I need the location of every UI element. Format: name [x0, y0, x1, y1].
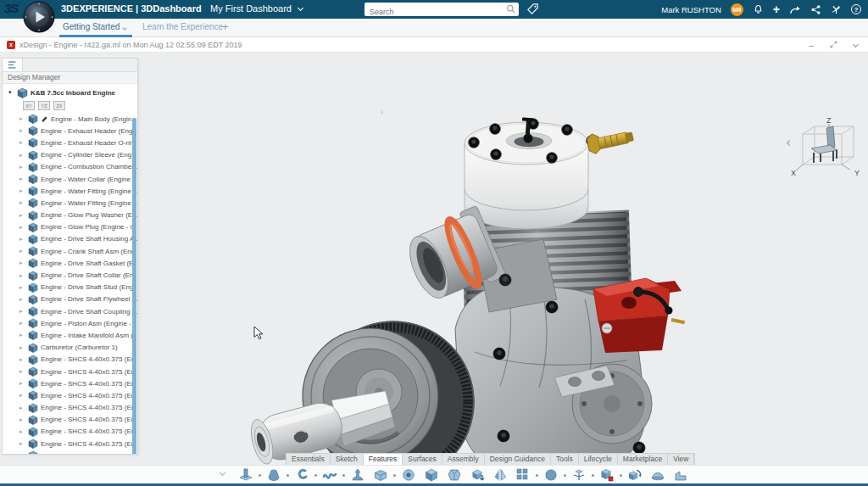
- dropdown-dot[interactable]: [592, 474, 594, 477]
- expand-icon[interactable]: ▸: [19, 452, 25, 454]
- tree-item[interactable]: ▸Engine - Drive Shaft Housing A...: [3, 233, 137, 245]
- expand-icon[interactable]: ▸: [19, 115, 25, 122]
- tree-root[interactable]: ▾ K&B 7.5cc Inboard Engine: [3, 87, 137, 98]
- tree-item[interactable]: ▸Engine - Combustion Chamber ...: [3, 161, 137, 173]
- tree-item[interactable]: ▸Engine - Drive Shaft Flywheel (...: [3, 293, 137, 305]
- expand-icon[interactable]: ▸: [19, 344, 25, 351]
- tree-scrollbar[interactable]: [132, 118, 136, 454]
- collapse-icon[interactable]: ▾: [8, 89, 14, 96]
- tree-item[interactable]: ▸Engine - Water Fitting (Engine -...: [3, 185, 137, 197]
- search-input[interactable]: [364, 6, 498, 18]
- ribbon-tab-surfaces[interactable]: Surfaces: [403, 454, 442, 465]
- tree-item[interactable]: ▸Engine - SHCS 4-40x0.375 (En...: [3, 389, 137, 401]
- dropdown-dot[interactable]: [536, 474, 538, 477]
- dropdown-dot[interactable]: [259, 474, 261, 477]
- expand-icon[interactable]: ▸: [19, 380, 25, 387]
- helix-icon[interactable]: [320, 466, 339, 484]
- design-manager-tab[interactable]: [3, 59, 23, 71]
- user-name[interactable]: Mark RUSHTON: [661, 5, 721, 14]
- expand-icon[interactable]: ▸: [19, 187, 25, 194]
- tab-learn-the-experience[interactable]: Learn the Experience: [142, 22, 223, 31]
- expand-icon[interactable]: ▸: [19, 224, 25, 231]
- expand-icon[interactable]: ▸: [19, 405, 25, 411]
- avatar[interactable]: MR: [731, 3, 743, 16]
- tree-item[interactable]: ▸Engine - Intake Manifold Asm (...: [3, 329, 137, 341]
- dropdown-dot[interactable]: [314, 474, 317, 477]
- ribbon-tab-marketplace[interactable]: Marketplace: [618, 454, 668, 465]
- tree-item[interactable]: ▸Engine - Drive Shaft Stud (Engi...: [3, 282, 137, 293]
- tree-item[interactable]: ▸Engine - Drive Shaft Gasket (E...: [3, 257, 137, 269]
- expand-icon[interactable]: ▸: [19, 139, 25, 146]
- expand-icon[interactable]: [829, 40, 838, 49]
- expand-icon[interactable]: ▸: [19, 164, 25, 170]
- view-cube[interactable]: Z X Y: [784, 114, 862, 182]
- expand-icon[interactable]: ▸: [19, 272, 25, 279]
- tree-item[interactable]: ▸Engine - Cylinder Sleeve (Eng...: [3, 149, 137, 161]
- expand-icon[interactable]: ▸: [19, 440, 25, 447]
- fillet-icon[interactable]: [542, 466, 560, 484]
- tree-item[interactable]: ▸Engine - Exhaust Header O-rin...: [3, 137, 137, 148]
- expand-icon[interactable]: ▸: [19, 416, 25, 423]
- expand-icon[interactable]: ▸: [19, 176, 25, 182]
- ribbon-tab-essentials[interactable]: Essentials: [287, 454, 331, 465]
- tree-item[interactable]: ▸Engine - Exhaust Header (Eng...: [3, 125, 137, 137]
- notifications-bell-icon[interactable]: [753, 3, 764, 15]
- expand-icon[interactable]: ▸: [19, 248, 25, 254]
- move-icon[interactable]: [570, 466, 588, 484]
- toolbar-collapse-icon[interactable]: [220, 470, 225, 476]
- plane-zx-icon[interactable]: ZX: [53, 101, 65, 110]
- dropdown-dot[interactable]: [393, 474, 396, 477]
- expand-icon[interactable]: ▸: [19, 392, 25, 399]
- plane-xy-icon[interactable]: XY: [23, 101, 35, 110]
- 3dexperience-compass-icon[interactable]: [23, 1, 55, 33]
- loft-icon[interactable]: [348, 466, 367, 484]
- tree-item[interactable]: ▸Engine - Piston Asm (Engine - ...: [3, 317, 137, 329]
- tree-item[interactable]: ▸Engine - Water Fitting (Engine -...: [3, 197, 137, 209]
- minimize-icon[interactable]: –: [809, 42, 814, 48]
- tree-item[interactable]: ▸Engine - Drive Shaft Coupling ...: [3, 305, 137, 317]
- mirror-icon[interactable]: [491, 466, 509, 484]
- tree-item[interactable]: ▸Engine - SHCS 4-40x0.375 (En...: [3, 450, 137, 454]
- dashboard-chevron-icon[interactable]: [298, 5, 303, 11]
- tree-item[interactable]: ▸Engine - SHCS 4-40x0.375 (En...: [3, 402, 137, 414]
- tree-item[interactable]: ▸Engine - SHCS 4-40x0.375 (En...: [3, 426, 137, 438]
- revolve-icon[interactable]: [264, 466, 283, 484]
- shell-icon[interactable]: [371, 466, 390, 484]
- ribbon-tab-features[interactable]: Features: [364, 454, 403, 465]
- dashboard-name[interactable]: My First Dashboard: [210, 3, 292, 14]
- tree-item[interactable]: ▸Engine - SHCS 4-40x0.375 (En...: [3, 377, 137, 389]
- tree-item[interactable]: ▸Carburetor (Carburetor 1): [3, 342, 137, 354]
- dome-icon[interactable]: [648, 466, 667, 484]
- add-tab-button[interactable]: +: [222, 20, 229, 33]
- panel-collapse-handle[interactable]: ‹: [381, 107, 383, 116]
- expand-icon[interactable]: ▸: [19, 260, 25, 266]
- ribbon-tab-sketch[interactable]: Sketch: [331, 454, 364, 465]
- collapse-app-chevron-icon[interactable]: [853, 42, 859, 47]
- expand-icon[interactable]: ▸: [19, 428, 25, 435]
- expand-icon[interactable]: ▸: [19, 320, 25, 327]
- dropdown-dot[interactable]: [342, 474, 345, 477]
- tree-item[interactable]: ▸Engine - SHCS 4-40x0.375 (En...: [3, 438, 137, 450]
- tree-item[interactable]: ▸Engine - Crank Shaft Asm (Eng...: [3, 245, 137, 257]
- search-box[interactable]: [364, 3, 519, 16]
- tree-item[interactable]: ▸Engine - SHCS 4-40x0.375 (En...: [3, 366, 137, 377]
- tree-item[interactable]: ▸Engine - SHCS 4-40x0.375 (En...: [3, 414, 137, 426]
- hole-icon[interactable]: [399, 466, 418, 484]
- expand-icon[interactable]: ▸: [19, 356, 25, 363]
- dropdown-dot[interactable]: [620, 474, 622, 477]
- 3dswym-icon[interactable]: [831, 4, 842, 15]
- expand-icon[interactable]: ▸: [19, 152, 25, 159]
- tag-icon[interactable]: [526, 3, 539, 15]
- ribbon-tab-lifecycle[interactable]: Lifecycle: [579, 454, 618, 465]
- help-icon[interactable]: ?: [851, 4, 861, 14]
- draft-icon[interactable]: [468, 466, 487, 484]
- tree-item[interactable]: ▸Engine - Main Body (Engin...: [3, 113, 137, 125]
- boss-icon[interactable]: [422, 466, 441, 484]
- expand-icon[interactable]: ▸: [19, 127, 25, 134]
- tab-chevron-icon[interactable]: [122, 25, 127, 31]
- share-arrow-icon[interactable]: [789, 4, 801, 15]
- ribbon-tab-assembly[interactable]: Assembly: [442, 454, 485, 465]
- rib-icon[interactable]: [671, 466, 690, 484]
- expand-icon[interactable]: ▸: [19, 368, 25, 375]
- tab-getting-started[interactable]: Getting Started: [63, 22, 126, 31]
